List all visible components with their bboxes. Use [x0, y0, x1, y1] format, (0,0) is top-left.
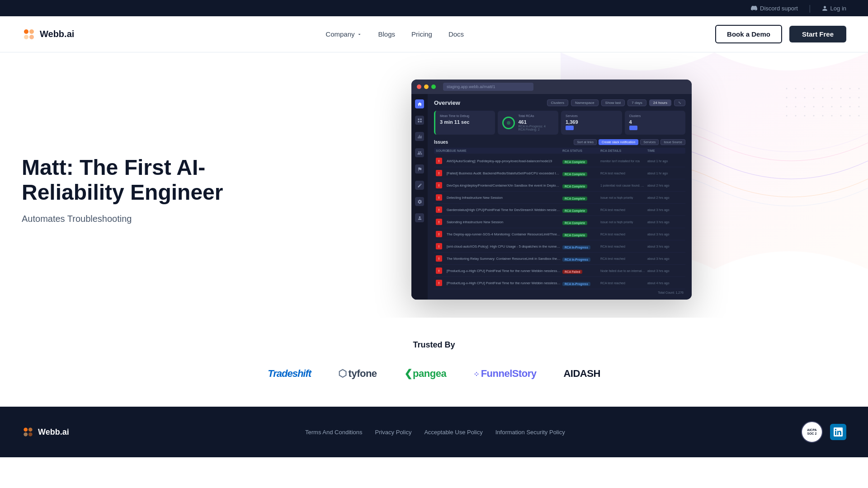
row-rca-status: RCA Complete: [562, 193, 599, 202]
hero-text: Matt: The First AI-Reliability Engineer …: [22, 155, 257, 224]
row-time: about 1 hr ago: [647, 172, 684, 175]
browser-bar: staging.app.webb.ai/matt/1: [411, 80, 692, 94]
svg-point-2: [24, 35, 28, 39]
issues-title: Issues: [434, 140, 448, 145]
svg-point-30: [859, 106, 860, 108]
nav-docs[interactable]: Docs: [448, 30, 464, 38]
total-count: Total Count: 1,276: [434, 289, 685, 294]
sidebar-pencil-icon[interactable]: [415, 181, 424, 190]
row-issue-name: DevOps-king/deploy/Frontend/ContainerX/i…: [447, 183, 561, 188]
footer-privacy[interactable]: Privacy Policy: [375, 429, 411, 436]
row-severity-icon: !: [436, 231, 442, 237]
row-issue-name: Salonding infrastructure New Session: [447, 220, 561, 224]
logos-row: Tradeshift ⬡tyfone ❮pangea ⁘FunnelStory …: [22, 368, 846, 380]
dashboard-mockup: staging.app.webb.ai/matt/1: [411, 80, 692, 300]
table-row[interactable]: ! The Deploy-app-runner-SOS-4 Monitoring…: [434, 228, 685, 240]
discord-link[interactable]: Discord suport: [751, 5, 798, 12]
login-link[interactable]: Log in: [822, 5, 846, 12]
footer-logo-icon: [22, 426, 34, 438]
rca-circle: [502, 117, 515, 129]
table-row[interactable]: ! [ProductLog-x-High CPU] PointFinal Tim…: [434, 277, 685, 289]
topbar-divider: |: [809, 4, 811, 13]
logo[interactable]: Webb.ai: [22, 27, 74, 42]
filter-clusters[interactable]: Clusters: [547, 99, 568, 106]
logo-tyfone: ⬡tyfone: [338, 368, 377, 380]
row-issue-name: [ProductLog-x-High CPU] PointFinal Time …: [447, 269, 561, 273]
chevron-down-icon: [357, 32, 362, 37]
row-issue-name: Detecting Infrastructure New Session: [447, 196, 561, 200]
row-time: about 3 hrs ago: [647, 208, 684, 211]
table-row[interactable]: ! DevOps-king/deploy/Frontend/ContainerX…: [434, 179, 685, 192]
nav-company[interactable]: Company: [326, 30, 362, 38]
table-row[interactable]: ! Detecting Infrastructure New Session R…: [434, 192, 685, 204]
start-free-button[interactable]: Start Free: [789, 26, 846, 42]
svg-point-12: [859, 88, 860, 89]
row-time: about 1 hr ago: [647, 160, 684, 163]
row-rca-status: RCA Complete: [562, 157, 599, 165]
row-severity-icon: !: [436, 243, 442, 249]
overview-title: Overview: [434, 99, 460, 106]
table-row[interactable]: ! Gardenstatus[High CPU]/PointFinal Time…: [434, 204, 685, 216]
footer: Webb.ai Terms And Conditions Privacy Pol…: [0, 407, 868, 457]
table-row[interactable]: ! [Failed] Business Audit: Backend/Redis…: [434, 167, 685, 179]
row-issue-name: [ProductLog-x-High CPU] PointFinal Time …: [447, 281, 561, 285]
nav-blogs[interactable]: Blogs: [378, 30, 396, 38]
sidebar-user-icon[interactable]: [415, 213, 424, 222]
svg-point-0: [24, 29, 28, 34]
nav-links: Company Blogs Pricing Docs: [326, 30, 464, 38]
filter-expand-icon[interactable]: ⤡: [674, 99, 685, 106]
browser-url-bar: staging.app.webb.ai/matt/1: [443, 83, 533, 91]
svg-point-20: [849, 97, 851, 99]
sidebar-flag-icon[interactable]: [415, 164, 424, 174]
sidebar-grid-icon[interactable]: [415, 116, 424, 125]
filter-show-last[interactable]: Show last: [601, 99, 625, 106]
row-severity-icon: !: [436, 158, 442, 164]
nav-pricing[interactable]: Pricing: [411, 30, 432, 38]
sidebar-gear-icon[interactable]: [415, 197, 424, 206]
browser-minimize-dot: [424, 84, 429, 89]
create-notification-btn[interactable]: Create slack notification: [599, 139, 638, 145]
col-details: RCA details: [600, 149, 646, 152]
logo-tradeshift: Tradeshift: [268, 368, 311, 380]
footer-security-policy[interactable]: Information Security Policy: [495, 429, 565, 436]
row-rca-status: RCA Complete: [562, 230, 599, 238]
services-value: 1,369: [566, 119, 618, 125]
row-severity-icon: !: [436, 206, 442, 213]
table-row[interactable]: ! [ProductLog-x-High CPU] PointFinal Tim…: [434, 265, 685, 277]
sidebar-home-icon[interactable]: [415, 99, 424, 108]
sidebar-chart-icon[interactable]: [415, 132, 424, 141]
row-rca-details: RCA test reached: [600, 233, 646, 236]
footer-terms[interactable]: Terms And Conditions: [305, 429, 362, 436]
filter-namespace[interactable]: Namespace: [571, 99, 599, 106]
stat-total-rca: Total RCAs 461 RCA In-Progress: 4 RCA Fi…: [498, 111, 559, 135]
issues-table-header: Source Issue name RCA status RCA details…: [434, 148, 685, 154]
filter-24hours[interactable]: 24 hours: [649, 99, 671, 106]
book-demo-button[interactable]: Book a Demo: [715, 25, 782, 43]
svg-point-29: [849, 106, 851, 108]
logo-aidash: AIDASH: [563, 368, 600, 380]
services-filter-btn[interactable]: Services: [640, 139, 659, 145]
issues-section: Issues Sort at links Create slack notifi…: [434, 139, 685, 294]
total-rca-label: Total RCAs: [519, 114, 546, 117]
table-row[interactable]: ! AWS[Auto/Scaling]: Pod/deploy-app-prox…: [434, 155, 685, 167]
sort-links-btn[interactable]: Sort at links: [574, 139, 597, 145]
row-severity-icon: !: [436, 255, 442, 262]
row-severity-icon: !: [436, 194, 442, 201]
sidebar-people-icon[interactable]: [415, 148, 424, 157]
footer-right: AICPASOC 2: [801, 421, 846, 443]
row-issue-name: [sml-cloud-autoXOS-Policy]: High CPU Usa…: [447, 244, 561, 249]
source-filter-btn[interactable]: Issue Source: [660, 139, 685, 145]
row-time: about 4 hrs ago: [647, 282, 684, 285]
linkedin-icon[interactable]: [830, 424, 846, 440]
logo-pangea: ❮pangea: [404, 368, 447, 380]
row-time: about 3 hrs ago: [647, 257, 684, 260]
table-row[interactable]: ! The Monitoring Relay Summary: Containe…: [434, 253, 685, 265]
table-row[interactable]: ! Salonding infrastructure New Session R…: [434, 216, 685, 228]
logo-funnelstory: ⁘FunnelStory: [473, 368, 536, 380]
table-row[interactable]: ! [sml-cloud-autoXOS-Policy]: High CPU U…: [434, 240, 685, 253]
footer-links: Terms And Conditions Privacy Policy Acce…: [305, 429, 565, 436]
col-name: Issue name: [447, 149, 561, 152]
issues-header: Issues Sort at links Create slack notifi…: [434, 139, 685, 145]
footer-acceptable-use[interactable]: Acceptable Use Policy: [424, 429, 482, 436]
filter-7days[interactable]: 7 days: [627, 99, 646, 106]
